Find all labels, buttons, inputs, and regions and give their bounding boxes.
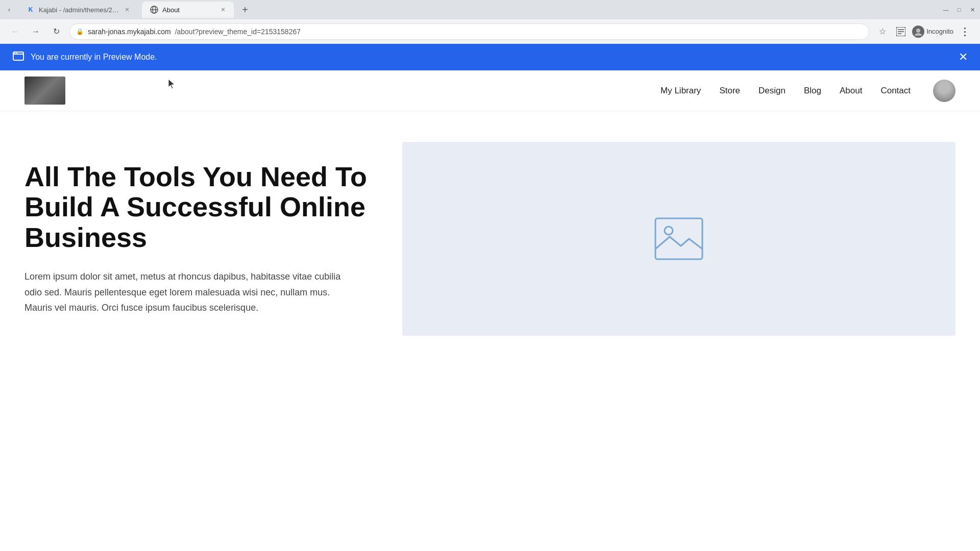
tab-close-about[interactable]: ✕ [220,6,226,13]
close-window-button[interactable]: ✕ [969,6,976,13]
nav-link-contact[interactable]: Contact [880,86,911,96]
site-nav: My Library Store Design Blog About Conta… [0,70,980,111]
maximize-button[interactable]: □ [955,6,963,13]
svg-point-13 [665,227,673,235]
browser-chrome: ‹ K Kajabi - /admin/themes/2153158... ✕ … [0,0,980,44]
address-domain: sarah-jonas.mykajabi.com [88,28,171,36]
lock-icon: 🔒 [76,28,84,35]
browser-tab-kajabi[interactable]: K Kajabi - /admin/themes/2153158... ✕ [18,2,138,18]
hero-body: Lorem ipsum dolor sit amet, metus at rho… [24,269,351,316]
profile-manager-button[interactable] [894,24,908,39]
incognito-label: Incognito [926,28,953,35]
site-logo[interactable] [24,77,65,105]
hero-text-block: All The Tools You Need To Build A Succes… [24,162,382,316]
nav-link-design[interactable]: Design [758,86,786,96]
nav-link-blog[interactable]: Blog [804,86,821,96]
bookmark-button[interactable]: ☆ [875,24,890,39]
tab-favicon-kajabi: K [27,6,35,14]
image-placeholder-icon [653,216,704,261]
minimize-button[interactable]: — [942,6,949,13]
browser-titlebar: ‹ K Kajabi - /admin/themes/2153158... ✕ … [0,0,980,19]
svg-rect-12 [655,218,702,259]
incognito-profile[interactable]: Incognito [912,26,953,38]
logo-image [24,77,65,105]
preview-banner-close[interactable]: ✕ [959,51,968,64]
hero-title: All The Tools You Need To Build A Succes… [24,162,382,253]
avatar-image [933,80,955,102]
incognito-avatar [912,26,924,38]
hero-image-placeholder [402,142,955,336]
preview-banner-icon [12,50,24,65]
browser-toolbar: ← → ↻ 🔒 sarah-jonas.mykajabi.com /about?… [0,19,980,44]
user-avatar[interactable] [933,80,955,102]
nav-links: My Library Store Design Blog About Conta… [660,80,955,102]
website-content: My Library Store Design Blog About Conta… [0,70,980,366]
hero-section: All The Tools You Need To Build A Succes… [0,111,980,366]
svg-point-11 [16,53,17,54]
tab-favicon-about [150,6,158,14]
preview-banner-message: You are currently in Preview Mode. [31,53,157,62]
browser-tab-about[interactable]: About ✕ [142,2,234,18]
reload-button[interactable]: ↻ [49,24,63,39]
tab-close-kajabi[interactable]: ✕ [125,6,130,13]
nav-link-store[interactable]: Store [719,86,740,96]
nav-link-about[interactable]: About [840,86,862,96]
nav-link-my-library[interactable]: My Library [660,86,701,96]
address-bar[interactable]: 🔒 sarah-jonas.mykajabi.com /about?previe… [69,23,869,40]
tab-label-kajabi: Kajabi - /admin/themes/2153158... [39,6,120,14]
svg-point-7 [916,29,920,33]
preview-banner: You are currently in Preview Mode. ✕ [0,44,980,70]
forward-button[interactable]: → [29,24,43,39]
toolbar-actions: ☆ Incognito ⋮ [875,24,972,39]
tab-scroll-left[interactable]: ‹ [4,2,14,18]
back-button[interactable]: ← [8,24,22,39]
svg-point-8 [915,33,922,36]
tab-label-about: About [162,6,180,14]
more-options-button[interactable]: ⋮ [958,24,972,39]
new-tab-button[interactable]: + [238,3,252,17]
svg-point-10 [14,53,15,54]
address-path: /about?preview_theme_id=2153158267 [175,28,301,36]
window-controls: — □ ✕ [942,6,976,13]
